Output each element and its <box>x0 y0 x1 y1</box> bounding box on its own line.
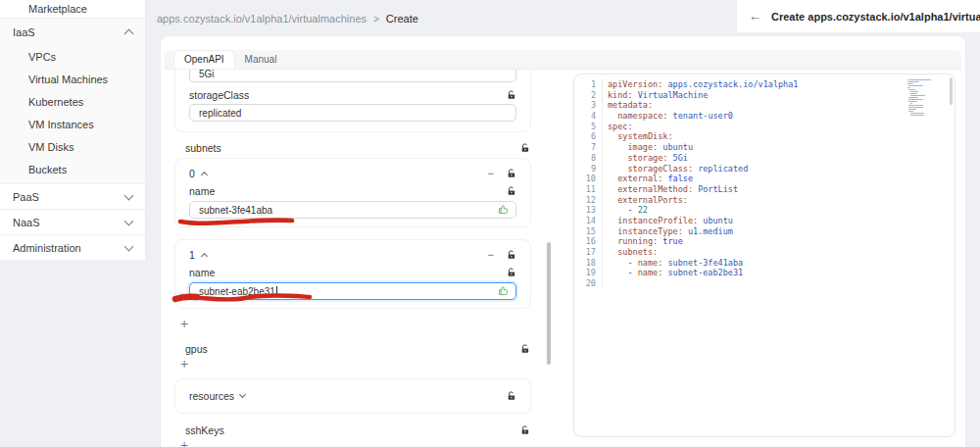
form-scrollbar[interactable] <box>547 242 551 365</box>
editor-scrollbar[interactable] <box>950 77 953 105</box>
code-line: 7 image: ubuntu <box>574 142 955 153</box>
lock-icon[interactable] <box>520 143 530 153</box>
lock-icon[interactable] <box>507 268 516 277</box>
sidebar-group-administration[interactable]: Administration <box>0 235 145 261</box>
subnet-0-index: 0 <box>189 168 195 179</box>
resources-label: resources <box>189 390 234 402</box>
collapse-chevron-icon[interactable] <box>201 253 208 260</box>
sidebar-item-kubernetes[interactable]: Kubernetes <box>0 90 145 113</box>
chevron-down-icon <box>239 391 246 398</box>
line-number: 15 <box>574 226 603 237</box>
page-title: Create apps.cozystack.io/v1alpha1/virtua… <box>771 11 980 23</box>
tab-openapi[interactable]: OpenAPI <box>173 50 235 69</box>
storage-input[interactable]: 5Gi <box>189 70 516 82</box>
subnets-label: subnets <box>185 142 221 154</box>
page-header: ← Create apps.cozystack.io/v1alpha1/virt… <box>737 0 980 33</box>
code-line: 3metadata: <box>574 100 955 111</box>
sidebar-submenu: VPCsVirtual MachinesKubernetesVM Instanc… <box>0 45 145 184</box>
breadcrumb: apps.cozystack.io/v1alpha1/virtualmachin… <box>157 13 418 25</box>
line-number: 17 <box>574 247 603 258</box>
sidebar-group-label: PaaS <box>13 191 39 203</box>
breadcrumb-path[interactable]: apps.cozystack.io/v1alpha1/virtualmachin… <box>157 13 367 25</box>
tab-bar: OpenAPI Manual <box>165 50 961 70</box>
code-line: 4 namespace: tenant-user0 <box>574 111 955 122</box>
line-number: 5 <box>574 122 603 132</box>
yaml-editor[interactable]: 1apiVersion: apps.cozystack.io/v1alpha12… <box>573 74 956 437</box>
sidebar-group-paas[interactable]: PaaS <box>0 184 145 210</box>
app-window: MarketplaceIaaSVPCsVirtual MachinesKuber… <box>0 0 980 447</box>
sidebar-item-buckets[interactable]: Buckets <box>0 158 145 180</box>
sidebar-item-marketplace[interactable]: Marketplace <box>0 0 145 19</box>
back-arrow-icon[interactable]: ← <box>749 9 761 24</box>
thumbs-up-icon[interactable] <box>498 204 509 217</box>
chevron-up-icon <box>124 29 134 39</box>
add-gpu-button[interactable]: + <box>180 358 188 370</box>
gpus-label: gpus <box>185 343 208 355</box>
chevron-down-icon <box>124 241 134 251</box>
code-line: 15 instanceType: u1.medium <box>574 226 955 237</box>
add-subnet-button[interactable]: + <box>180 318 188 329</box>
lock-icon[interactable] <box>507 391 516 401</box>
system-disk-fieldset: 5Gi storageClass replicated <box>174 70 531 132</box>
resources-fieldset: resources <box>174 378 531 414</box>
sidebar-group-label: NaaS <box>13 217 40 228</box>
chevron-down-icon <box>124 216 134 225</box>
lock-icon[interactable] <box>520 344 530 354</box>
lock-icon[interactable] <box>507 250 516 260</box>
line-number: 1 <box>574 79 603 90</box>
line-number: 16 <box>574 236 603 247</box>
line-number: 19 <box>574 268 603 278</box>
lock-icon[interactable] <box>507 186 516 196</box>
sidebar-item-vm-disks[interactable]: VM Disks <box>0 135 145 158</box>
sidebar-item-vm-instances[interactable]: VM Instances <box>0 113 145 135</box>
line-number: 11 <box>574 184 603 195</box>
thumbs-up-icon[interactable] <box>498 285 509 298</box>
line-number: 18 <box>574 258 603 269</box>
sidebar-item-vpcs[interactable]: VPCs <box>0 45 145 68</box>
editor-minimap[interactable] <box>907 79 947 119</box>
lock-icon[interactable] <box>520 425 530 435</box>
subnet-1-name-label: name <box>189 267 215 278</box>
storage-class-input[interactable]: replicated <box>189 104 516 122</box>
code-line: 2kind: VirtualMachine <box>574 90 955 101</box>
subnet-0-name-input[interactable]: subnet-3fe41aba <box>189 201 516 219</box>
tab-manual[interactable]: Manual <box>235 50 287 69</box>
collapse-chevron-icon[interactable] <box>201 172 208 178</box>
resources-toggle[interactable]: resources <box>189 390 245 402</box>
code-line: 16 running: true <box>574 236 955 247</box>
sidebar-group-iaas[interactable]: IaaS <box>0 19 145 45</box>
code-line: 14 instanceProfile: ubuntu <box>574 216 955 226</box>
subnet-1-index: 1 <box>189 249 195 261</box>
add-sshkey-button[interactable]: + <box>180 439 188 447</box>
code-line: 8 storage: 5Gi <box>574 153 955 164</box>
remove-icon[interactable]: − <box>487 169 494 178</box>
sidebar-group-label: IaaS <box>13 26 35 38</box>
sidebar-group-naas[interactable]: NaaS <box>0 210 145 235</box>
remove-icon[interactable]: − <box>487 250 494 260</box>
code-line: 13 - 22 <box>574 205 955 216</box>
subnet-item-1: 1 − name subnet-eab2be31 <box>174 239 531 309</box>
line-number: 3 <box>574 100 603 111</box>
lock-icon[interactable] <box>507 90 516 100</box>
lock-icon[interactable] <box>507 169 516 178</box>
line-number: 14 <box>574 216 603 226</box>
line-number: 4 <box>574 111 603 122</box>
chevron-down-icon <box>124 190 134 200</box>
sidebar: MarketplaceIaaSVPCsVirtual MachinesKuber… <box>0 0 146 261</box>
code-line: 9 storageClass: replicated <box>574 164 955 174</box>
code-line: 6 systemDisk: <box>574 131 955 142</box>
line-number: 20 <box>574 278 603 289</box>
subnet-1-name-value: subnet-eab2be31 <box>199 286 275 297</box>
subnet-1-name-input[interactable]: subnet-eab2be31 <box>189 282 516 300</box>
text-cursor <box>276 286 277 296</box>
line-number: 12 <box>574 195 603 206</box>
code-line: 10 external: false <box>574 174 955 184</box>
code-line: 12 externalPorts: <box>574 195 955 206</box>
sidebar-item-virtual-machines[interactable]: Virtual Machines <box>0 68 145 90</box>
code-line: 18 - name: subnet-3fe41aba <box>574 258 955 269</box>
subnet-0-name-value: subnet-3fe41aba <box>199 205 272 216</box>
storage-value: 5Gi <box>199 70 215 79</box>
storage-class-label: storageClass <box>189 89 249 101</box>
subnet-item-0: 0 − name subnet-3fe41aba <box>174 158 531 227</box>
line-number: 9 <box>574 164 603 174</box>
